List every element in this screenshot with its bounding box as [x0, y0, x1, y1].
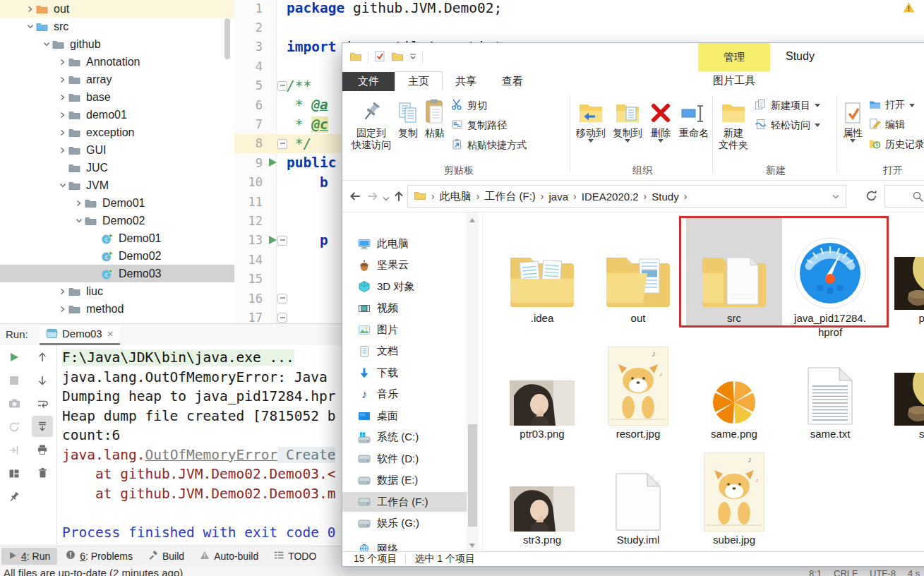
fold-marker-icon[interactable]	[277, 139, 287, 149]
tree-item-method[interactable]: method	[0, 300, 234, 318]
layout-icon[interactable]	[0, 462, 28, 485]
nav-item-1[interactable]: 坚果云	[342, 256, 467, 275]
chevron-down-icon[interactable]	[24, 23, 36, 30]
ribbon-button-rename[interactable]: 重命名	[676, 92, 712, 141]
softwrap-icon[interactable]	[28, 392, 56, 415]
tree-item-jvm[interactable]: JVM	[0, 176, 234, 194]
nav-item-5[interactable]: 文档	[342, 342, 467, 361]
fold-marker-icon[interactable]	[277, 81, 287, 91]
ribbon-tab-1[interactable]: 主页	[395, 71, 443, 91]
tree-item-demo01[interactable]: c Demo01	[0, 229, 234, 247]
file-tile-.idea[interactable]: .idea	[494, 217, 590, 325]
address-dropdown-chevron-icon[interactable]	[832, 191, 840, 203]
tree-item-exception[interactable]: exception	[0, 124, 234, 141]
ribbon-button-copy[interactable]: 复制	[395, 92, 421, 141]
status-indicator[interactable]: CRLF	[834, 568, 858, 576]
tree-item-demo01[interactable]: Demo01	[0, 194, 234, 212]
scrollend-icon[interactable]	[32, 416, 53, 437]
editor-line-2[interactable]: 2	[234, 18, 924, 37]
status-indicator[interactable]: 4 s	[908, 568, 920, 576]
ribbon-button-pin[interactable]: 固定到 快速访问	[348, 92, 395, 153]
stop-icon[interactable]	[0, 368, 28, 392]
ribbon-button-open[interactable]: 打开	[869, 99, 924, 112]
ribbon-button-newfolder[interactable]: 新建 文件夹	[715, 92, 752, 153]
file-tile-resort.jpg[interactable]: ♪♪ resort.jpg	[590, 341, 686, 441]
status-indicator[interactable]: 8:1	[809, 568, 822, 576]
fold-marker-icon[interactable]	[277, 294, 287, 304]
file-tile-out[interactable]: out	[590, 217, 686, 325]
tree-item-liuc[interactable]: liuc	[0, 282, 234, 300]
chevron-right-icon[interactable]	[56, 59, 68, 66]
recent-locations-chevron[interactable]	[382, 193, 390, 205]
folder-icon[interactable]	[349, 51, 362, 64]
ribbon-button-paste[interactable]: 粘贴	[421, 92, 448, 141]
ribbon-tab-0[interactable]: 文件	[342, 72, 395, 91]
tree-item-demo01[interactable]: demo01	[0, 106, 234, 124]
toolwindow-button-build[interactable]: Build	[141, 547, 191, 565]
camera-icon[interactable]	[0, 392, 28, 415]
tree-item-src[interactable]: src	[0, 18, 234, 35]
breadcrumb-segment[interactable]: 此电脑	[440, 190, 472, 203]
chevron-right-icon[interactable]	[56, 129, 68, 136]
nav-item-8[interactable]: 桌面	[342, 406, 467, 426]
toolwindow-button-todo[interactable]: TODO	[267, 548, 323, 565]
close-tab-icon[interactable]: ×	[107, 328, 114, 340]
breadcrumb-segment[interactable]: IDEA2020.2	[582, 191, 639, 203]
refresh-icon[interactable]	[865, 189, 878, 205]
ribbon-button-copyto[interactable]: 复制到	[609, 92, 646, 145]
tree-item-annotation[interactable]: Annotation	[0, 53, 234, 71]
fold-marker-icon[interactable]	[277, 236, 287, 246]
tree-item-demo03[interactable]: c Demo03	[0, 265, 234, 282]
breadcrumb-segment[interactable]: 工作台 (F:)	[484, 190, 536, 203]
project-tree-scrollbar[interactable]	[224, 18, 230, 59]
chevron-right-icon[interactable]	[56, 94, 68, 101]
chevron-right-icon[interactable]	[73, 200, 85, 207]
ribbon-button-delete[interactable]: 删除	[646, 92, 676, 145]
chevron-right-icon[interactable]	[56, 147, 68, 154]
nav-item-10[interactable]: 软件 (D:)	[342, 449, 467, 469]
folder-icon[interactable]	[391, 51, 404, 64]
nav-item-13[interactable]: 娱乐 (G:)	[342, 514, 467, 534]
nav-scrollbar[interactable]	[467, 212, 479, 553]
search-input[interactable]	[884, 185, 924, 208]
print-icon[interactable]	[28, 438, 56, 461]
nav-item-7[interactable]: ♪ 音乐	[342, 385, 467, 404]
attach-icon[interactable]	[0, 438, 28, 462]
pin-icon[interactable]	[0, 485, 28, 508]
back-button[interactable]	[348, 189, 362, 206]
tree-item-demo02[interactable]: c Demo02	[0, 247, 234, 265]
customize-toolbar-chevron-icon[interactable]	[409, 51, 416, 64]
file-tile-ptr03.png[interactable]: ptr03.png	[494, 341, 590, 441]
forward-button[interactable]	[366, 189, 380, 206]
restart-icon[interactable]	[0, 415, 28, 438]
ribbon-button-newitem[interactable]: 新建项目	[755, 99, 820, 112]
ribbon-tab-4[interactable]: 图片工具	[698, 71, 770, 90]
inspection-warning-icon[interactable]	[903, 2, 915, 16]
status-indicator[interactable]: UTF-8	[870, 568, 896, 576]
nav-item-6[interactable]: 下载	[342, 363, 467, 383]
tree-item-gui[interactable]: GUI	[0, 141, 234, 159]
run-tab-demo03[interactable]: Demo03 ×	[40, 324, 120, 345]
manage-context-tab[interactable]: 管理	[698, 43, 770, 71]
run-gutter-icon[interactable]	[269, 158, 277, 167]
chevron-down-icon[interactable]	[40, 41, 52, 47]
file-tile-subei.jpg[interactable]: ♪♪ subei.jpg	[686, 447, 782, 547]
nav-item-4[interactable]: 图片	[342, 320, 467, 340]
file-tile-same.png[interactable]: same.png	[686, 341, 782, 441]
ribbon-button-shortcut[interactable]: 粘贴快捷方式	[451, 138, 527, 152]
ribbon-button-edit[interactable]: 编辑	[869, 118, 924, 131]
nav-item-2[interactable]: 3D 对象	[342, 277, 467, 296]
file-tile-str.[interactable]: str.	[878, 341, 924, 441]
ribbon-button-cut[interactable]: 剪切	[451, 99, 527, 112]
breadcrumb[interactable]: ›此电脑›工作台 (F:)›java›IDEA2020.2›Study›	[407, 185, 846, 208]
scroll-up-icon[interactable]	[469, 218, 475, 222]
ribbon-button-path[interactable]: 复制路径	[451, 119, 527, 132]
rerun-icon[interactable]	[0, 345, 28, 368]
ribbon-button-move[interactable]: 移动到	[572, 92, 609, 145]
up-button[interactable]	[392, 189, 406, 206]
chevron-right-icon[interactable]	[56, 112, 68, 119]
tree-item-demo02[interactable]: Demo02	[0, 212, 234, 229]
file-tile-Study.iml[interactable]: Study.iml	[590, 447, 686, 547]
up-icon[interactable]	[28, 345, 56, 368]
chevron-down-icon[interactable]	[73, 217, 85, 224]
